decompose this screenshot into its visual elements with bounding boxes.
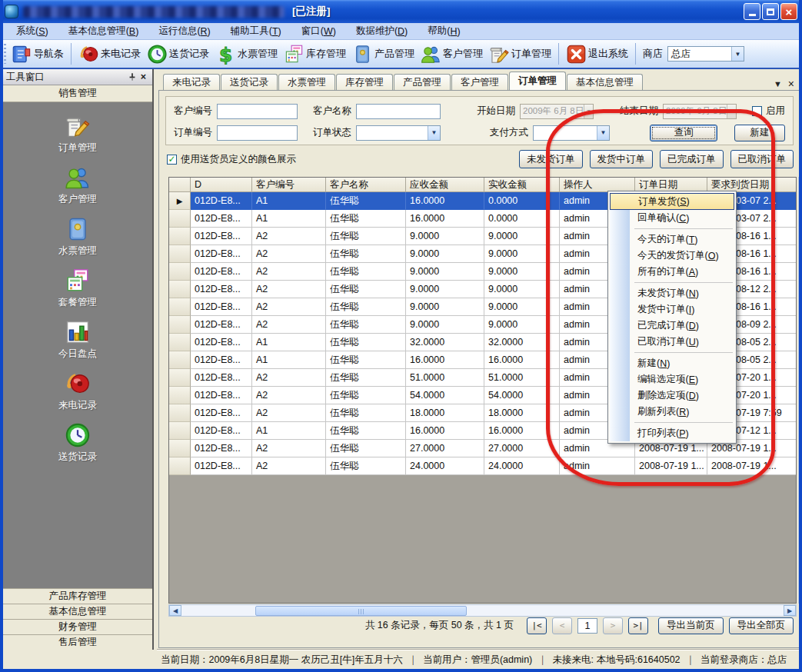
row-selector-cell[interactable]: [169, 440, 191, 457]
sidebar-item-今日盘点[interactable]: 今日盘点: [58, 319, 97, 361]
menu-item-辅助工具[interactable]: 辅助工具(T): [221, 23, 291, 40]
menu-item-系统[interactable]: 系统(S): [6, 23, 58, 40]
context-menu-item-订单发货[interactable]: 订单发货(S): [610, 193, 734, 210]
row-selector-cell[interactable]: [169, 457, 191, 475]
row-selector-cell[interactable]: [169, 369, 191, 387]
tab-订单管理[interactable]: 订单管理: [509, 72, 566, 90]
start-date-picker[interactable]: 2009年 6月 8日 ▼: [520, 104, 594, 119]
toolbar-button-客户管理[interactable]: 客户管理: [418, 42, 486, 66]
context-menu-item-回单确认[interactable]: 回单确认(C): [610, 210, 734, 226]
enable-checkbox[interactable]: ✓: [752, 106, 762, 116]
prev-page-button[interactable]: <: [552, 617, 572, 634]
shop-select[interactable]: 总店▼: [667, 46, 744, 62]
start-date-dropdown-icon[interactable]: ▼: [584, 105, 593, 118]
pin-icon[interactable]: [126, 72, 138, 83]
tool-window-close-icon[interactable]: ×: [138, 72, 149, 83]
toolbar-button-水票管理[interactable]: $水票管理: [212, 42, 281, 66]
sidebar-section-sales[interactable]: 销售管理: [3, 85, 152, 102]
filter-button-已完成订单[interactable]: 已完成订单: [660, 150, 724, 168]
query-button[interactable]: 查询: [650, 125, 717, 141]
context-menu-item-删除选定项[interactable]: 删除选定项(D): [610, 388, 734, 404]
end-date-picker[interactable]: 2009年 6月 8日 ▼: [663, 104, 737, 119]
row-selector-cell[interactable]: ▶: [169, 192, 191, 210]
tab-list-dropdown-icon[interactable]: ▼: [774, 79, 782, 88]
export-current-page-button[interactable]: 导出当前页: [658, 617, 724, 634]
sidebar-section-基本信息管理[interactable]: 基本信息管理: [3, 604, 152, 619]
context-menu-item-发货中订单[interactable]: 发货中订单(I): [610, 301, 734, 318]
end-date-dropdown-icon[interactable]: ▼: [727, 105, 736, 118]
close-button[interactable]: ×: [780, 3, 797, 20]
sidebar-item-来电记录[interactable]: 来电记录: [58, 371, 97, 412]
tab-基本信息管理[interactable]: 基本信息管理: [567, 74, 643, 90]
order-status-dropdown-icon[interactable]: ▼: [428, 126, 440, 140]
filter-button-未发货订单[interactable]: 未发货订单: [519, 150, 583, 168]
row-selector-cell[interactable]: [169, 298, 191, 316]
page-number-input[interactable]: 1: [577, 618, 597, 634]
pay-method-select[interactable]: ▼: [533, 125, 610, 141]
order-status-select[interactable]: ▼: [356, 125, 441, 141]
sidebar-item-套餐管理[interactable]: 套餐管理: [58, 268, 97, 309]
context-menu-item-未发货订单[interactable]: 未发货订单(N): [610, 285, 734, 301]
color-checkbox-group[interactable]: ✓ 使用送货员定义的颜色展示: [167, 153, 296, 166]
menu-item-数据维护[interactable]: 数据维护(D): [346, 23, 418, 40]
tab-客户管理[interactable]: 客户管理: [451, 74, 508, 90]
table-row[interactable]: 012D-E8...A2伍华聪24.000024.0000admin2008-0…: [169, 457, 796, 475]
menu-item-基本信息管理[interactable]: 基本信息管理(B): [58, 23, 149, 40]
first-page-button[interactable]: |<: [527, 617, 547, 634]
sidebar-item-订单管理[interactable]: 订单管理: [58, 113, 97, 155]
sidebar-item-水票管理[interactable]: 水票管理: [58, 216, 97, 258]
new-button[interactable]: 新建: [734, 125, 785, 141]
row-selector-cell[interactable]: [169, 281, 191, 298]
context-menu-item-已取消订单[interactable]: 已取消订单(U): [610, 334, 734, 350]
filter-button-发货中订单[interactable]: 发货中订单: [590, 150, 654, 168]
toolbar-button-订单管理[interactable]: 订单管理: [486, 42, 554, 66]
last-page-button[interactable]: >|: [628, 617, 648, 634]
sidebar-item-送货记录[interactable]: 送货记录: [58, 422, 97, 464]
vertical-scroll-thumb[interactable]: [799, 188, 802, 273]
context-menu-item-刷新列表[interactable]: 刷新列表(R): [610, 404, 734, 420]
column-header-应收金额[interactable]: 应收金额: [406, 178, 484, 192]
tab-库存管理[interactable]: 库存管理: [336, 74, 393, 90]
tab-来电记录[interactable]: 来电记录: [163, 74, 220, 90]
context-menu-item-今天的发货订单[interactable]: 今天的发货订单(O): [610, 248, 734, 264]
toolbar-button-送货记录[interactable]: 送货记录: [144, 42, 212, 66]
shop-dropdown-icon[interactable]: ▼: [731, 47, 744, 61]
row-selector-cell[interactable]: [169, 210, 191, 228]
context-menu-item-打印列表[interactable]: 打印列表(P): [610, 425, 734, 441]
column-header-实收金额[interactable]: 实收金额: [484, 178, 560, 192]
row-selector-cell[interactable]: [169, 263, 191, 281]
context-menu-item-所有的订单[interactable]: 所有的订单(A): [610, 264, 734, 280]
minimize-button[interactable]: [744, 3, 760, 20]
row-selector-cell[interactable]: [169, 351, 191, 369]
filter-button-已取消订单[interactable]: 已取消订单: [730, 150, 794, 168]
sidebar-section-产品库存管理[interactable]: 产品库存管理: [3, 588, 152, 604]
row-selector-cell[interactable]: [169, 228, 191, 245]
customer-name-input[interactable]: [356, 104, 441, 119]
customer-no-input[interactable]: [217, 104, 298, 119]
toolbar-button-导航条[interactable]: 导航条: [8, 42, 67, 66]
order-no-input[interactable]: [217, 125, 298, 141]
context-menu-item-新建[interactable]: 新建(N): [610, 355, 734, 371]
toolbar-button-退出系统[interactable]: 退出系统: [563, 42, 631, 66]
next-page-button[interactable]: >: [603, 617, 623, 634]
row-selector-cell[interactable]: [169, 316, 191, 334]
maximize-button[interactable]: [762, 3, 779, 20]
sidebar-item-客户管理[interactable]: 客户管理: [58, 165, 97, 206]
color-checkbox[interactable]: ✓: [167, 155, 177, 165]
column-header-D[interactable]: D: [191, 178, 252, 192]
context-menu-item-已完成订单[interactable]: 已完成订单(D): [610, 318, 734, 334]
tab-送货记录[interactable]: 送货记录: [221, 74, 278, 90]
toolbar-button-来电记录[interactable]: 来电记录: [75, 42, 144, 66]
sidebar-section-财务管理[interactable]: 财务管理: [3, 619, 152, 634]
export-all-pages-button[interactable]: 导出全部页: [729, 617, 794, 634]
row-selector-cell[interactable]: [169, 422, 191, 440]
toolbar-button-库存管理[interactable]: 库存管理: [281, 42, 349, 66]
pay-method-dropdown-icon[interactable]: ▼: [597, 126, 609, 140]
toolbar-button-产品管理[interactable]: 产品管理: [349, 42, 418, 66]
sidebar-section-售后管理[interactable]: 售后管理: [3, 634, 152, 650]
context-menu-item-编辑选定项[interactable]: 编辑选定项(E): [610, 371, 734, 388]
column-header-客户名称[interactable]: 客户名称: [326, 178, 406, 192]
tab-水票管理[interactable]: 水票管理: [278, 74, 335, 90]
tab-产品管理[interactable]: 产品管理: [394, 74, 451, 90]
vertical-scrollbar[interactable]: ▲ ▼: [798, 177, 802, 604]
